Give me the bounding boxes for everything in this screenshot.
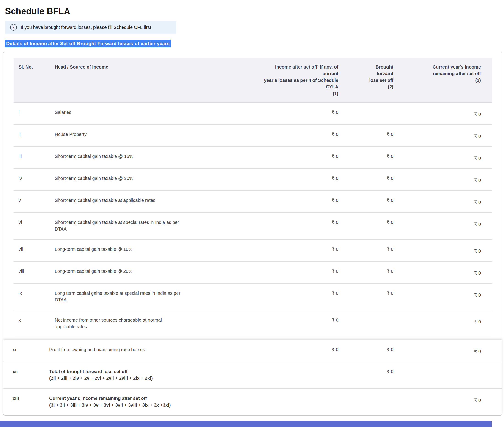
row-col3-value: ₹ 0 bbox=[400, 213, 492, 239]
row-col1-value: ₹ 0 bbox=[240, 103, 345, 125]
bottom-bar bbox=[0, 421, 492, 427]
row-col1-value: ₹ 0 bbox=[240, 147, 345, 169]
bfla-table-card: Sl. No. Head / Source of Income Income a… bbox=[3, 52, 502, 416]
table-row: i Salaries ₹ 0 ₹ 0 bbox=[14, 103, 492, 125]
table-header-row: Sl. No. Head / Source of Income Income a… bbox=[14, 58, 492, 103]
table-row: vi Short-term capital gain taxable at sp… bbox=[14, 213, 492, 239]
row-col3-value: ₹ 0 bbox=[400, 283, 492, 310]
row-sl: v bbox=[14, 191, 55, 213]
row-col3-value: ₹ 0 bbox=[400, 340, 502, 362]
row-sl: x bbox=[14, 310, 55, 337]
info-icon: i bbox=[10, 24, 17, 31]
row-sl: xii bbox=[3, 362, 49, 389]
row-label: Short-term capital gain taxable @ 30% bbox=[55, 169, 240, 191]
header-col3: Current year's Income remaining after se… bbox=[400, 58, 492, 103]
table-row-total-bfl: xii Total of brought forward loss set of… bbox=[3, 362, 502, 389]
row-label: Net income from other sources chargeable… bbox=[55, 310, 240, 337]
page-header: Schedule BFLA i If you have brought forw… bbox=[0, 0, 504, 50]
row-sl: xi bbox=[3, 340, 49, 362]
row-sl: viii bbox=[14, 261, 55, 283]
table-footer-section: xi Profit from owning and maintaining ra… bbox=[3, 340, 502, 415]
row-col2-value: ₹ 0 bbox=[345, 147, 400, 169]
row-col2-value: ₹ 0 bbox=[345, 125, 400, 147]
row-label: Salaries bbox=[55, 103, 240, 125]
row-col1-value: ₹ 0 bbox=[240, 310, 345, 337]
row-col2-value bbox=[345, 103, 400, 125]
section-title: Details of Income after Set off Brought … bbox=[5, 40, 171, 47]
row-col1-value bbox=[240, 362, 345, 389]
header-col1: Income after set off, if any, of current… bbox=[240, 58, 345, 103]
bfla-footer-table: xi Profit from owning and maintaining ra… bbox=[3, 340, 502, 415]
row-sl: ix bbox=[14, 283, 55, 310]
table-wrap: Sl. No. Head / Source of Income Income a… bbox=[3, 52, 502, 337]
row-col1-value: ₹ 0 bbox=[240, 191, 345, 213]
row-col2-value: ₹ 0 bbox=[345, 213, 400, 239]
row-col3-value: ₹ 0 bbox=[400, 310, 492, 337]
header-col2: Brought forward loss set off (2) bbox=[345, 58, 400, 103]
row-col3-value: ₹ 0 bbox=[400, 191, 492, 213]
row-col2-value: ₹ 0 bbox=[345, 362, 400, 389]
row-col1-value: ₹ 0 bbox=[240, 283, 345, 310]
table-row: iv Short-term capital gain taxable @ 30%… bbox=[14, 169, 492, 191]
row-col1-value: ₹ 0 bbox=[240, 125, 345, 147]
row-col2-value: ₹ 0 bbox=[345, 283, 400, 310]
table-row: ii House Property ₹ 0 ₹ 0 ₹ 0 bbox=[14, 125, 492, 147]
row-col2-value: ₹ 0 bbox=[345, 239, 400, 261]
row-col1-value: ₹ 0 bbox=[240, 340, 345, 362]
table-row: ix Long term capital gains taxable at sp… bbox=[14, 283, 492, 310]
table-row: viii Long-term capital gain taxable @ 20… bbox=[14, 261, 492, 283]
row-label: Short-term capital gain taxable @ 15% bbox=[55, 147, 240, 169]
row-label: Long-term capital gain taxable @ 20% bbox=[55, 261, 240, 283]
row-sl: iii bbox=[14, 147, 55, 169]
row-col3-value: ₹ 0 bbox=[400, 169, 492, 191]
row-col3-value: ₹ 0 bbox=[400, 239, 492, 261]
row-sl: iv bbox=[14, 169, 55, 191]
row-col3-value: ₹ 0 bbox=[400, 103, 492, 125]
row-col1-value bbox=[240, 389, 345, 416]
header-source: Head / Source of Income bbox=[55, 58, 240, 103]
row-sl: xiii bbox=[3, 389, 49, 416]
table-row: x Net income from other sources chargeab… bbox=[14, 310, 492, 337]
row-sl: vii bbox=[14, 239, 55, 261]
row-col1-value: ₹ 0 bbox=[240, 261, 345, 283]
row-label: Long-term capital gain taxable @ 10% bbox=[55, 239, 240, 261]
row-col1-value: ₹ 0 bbox=[240, 169, 345, 191]
row-col1-value: ₹ 0 bbox=[240, 239, 345, 261]
row-col2-value: ₹ 0 bbox=[345, 191, 400, 213]
table-row: v Short-term capital gain taxable at app… bbox=[14, 191, 492, 213]
row-label: Long term capital gains taxable at speci… bbox=[55, 283, 240, 310]
row-col2-value bbox=[345, 310, 400, 337]
row-sl: ii bbox=[14, 125, 55, 147]
row-label: Short-term capital gain taxable at speci… bbox=[55, 213, 240, 239]
table-row: xi Profit from owning and maintaining ra… bbox=[3, 340, 502, 362]
bfla-table: Sl. No. Head / Source of Income Income a… bbox=[14, 58, 492, 337]
row-col3-value: ₹ 0 bbox=[400, 261, 492, 283]
header-sl-no: Sl. No. bbox=[14, 58, 55, 103]
table-row: vii Long-term capital gain taxable @ 10%… bbox=[14, 239, 492, 261]
row-col2-value bbox=[345, 389, 400, 416]
row-col2-value: ₹ 0 bbox=[345, 169, 400, 191]
info-banner: i If you have brought forward losses, pl… bbox=[6, 21, 176, 34]
table-row-income-remaining: xiii Current year's income remaining aft… bbox=[3, 389, 502, 416]
row-col3-value bbox=[400, 362, 502, 389]
row-col1-value: ₹ 0 bbox=[240, 213, 345, 239]
table-row: iii Short-term capital gain taxable @ 15… bbox=[14, 147, 492, 169]
row-label: House Property bbox=[55, 125, 240, 147]
row-col2-value: ₹ 0 bbox=[345, 340, 400, 362]
row-label: Current year's income remaining after se… bbox=[49, 389, 240, 416]
row-sl: vi bbox=[14, 213, 55, 239]
row-label: Profit from owning and maintaining race … bbox=[49, 340, 240, 362]
row-col3-value: ₹ 0 bbox=[400, 147, 492, 169]
info-banner-text: If you have brought forward losses, plea… bbox=[21, 25, 151, 30]
row-col3-value: ₹ 0 bbox=[400, 389, 502, 416]
row-col2-value: ₹ 0 bbox=[345, 261, 400, 283]
row-sl: i bbox=[14, 103, 55, 125]
row-label: Short-term capital gain taxable at appli… bbox=[55, 191, 240, 213]
page-title: Schedule BFLA bbox=[5, 7, 504, 16]
row-label: Total of brought forward loss set off (2… bbox=[49, 362, 240, 389]
row-col3-value: ₹ 0 bbox=[400, 125, 492, 147]
